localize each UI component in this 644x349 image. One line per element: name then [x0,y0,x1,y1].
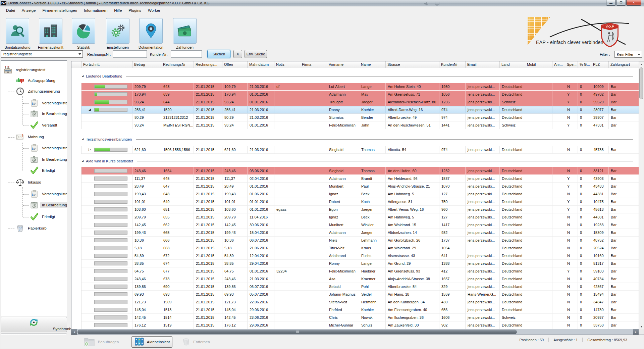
rechnungsnr-input[interactable] [113,50,147,58]
table-row[interactable]: 142,45151421.01.2015142,4523.06.2016Chri… [71,314,639,321]
table-row[interactable]: 93,24MEINTESTRGN...21.01.201593,2401.01.… [71,121,639,129]
menu-plugins[interactable]: Plugins [125,7,145,13]
table-row[interactable]: 93,2464421.01.201593,2401.01.2016Traugot… [71,98,639,106]
table-row[interactable]: 28,4964721.01.201528,4901.01.2016Muniber… [71,183,639,190]
footer-button-beauftragen[interactable]: Beauftragen [73,336,129,348]
column-header-rechnungs[interactable]: Rechnungs... [194,61,222,68]
clear-button[interactable]: X [233,50,242,58]
suchen-button[interactable]: Suchen [207,50,230,58]
menu-worker[interactable]: Worker [145,7,164,13]
menu-datei[interactable]: Datei [3,7,18,13]
tree-item-in-bearbeitung[interactable]: In Bearbeitung [1,200,66,210]
table-row[interactable]: 139,8669021.01.2015139,8606.07.2016Sebal… [71,283,639,291]
tree-item-vorschlagsliste[interactable]: Vorschlagsliste [1,189,66,199]
tree-item-zahlungserinerung[interactable]: Zahlungserinerung [1,86,66,96]
horizontal-scrollbar[interactable]: ◄ ► [71,329,639,335]
toolbar-button-bonitaetspruefung[interactable] [6,18,29,44]
table-row[interactable]: 101,0164921.01.2015101,0101.01.2016Rober… [71,198,639,206]
tree-item-in-bearbeitung[interactable]: In Bearbeitung [1,154,66,164]
table-row[interactable]: 111,3764521.01.2015111,3702.04.2016Adalm… [71,175,639,183]
row-expander-icon[interactable]: ▷ [89,148,91,151]
group-expander-icon[interactable]: ◢ [82,75,84,78]
tree-item-erledigt[interactable]: Erledigt [1,165,66,176]
column-header-rechnungsnr[interactable]: RechnungsNr [161,61,194,68]
column-header-offen[interactable]: Offen [222,61,248,68]
column-header-fortschritt[interactable]: Fortschritt [82,61,132,68]
minimize-button[interactable]: ▬ [606,0,616,6]
table-row[interactable]: 176,12151921.01.2015176,1229.06.2016Mich… [71,321,639,329]
tree-item-vorschlagsliste[interactable]: Vorschlagsliste [1,143,66,153]
column-header-spe[interactable]: Spe... [565,61,578,68]
table-row[interactable]: 54,3967221.01.201554,3912.04.2016Adalbra… [71,252,639,260]
maximize-button[interactable]: ❐ [616,0,626,6]
table-row[interactable]: 145,04151321.01.2015145,0429.06.2016Ehrf… [71,306,639,314]
tree-item-versandt[interactable]: Versandt [1,120,66,130]
tree-item-auftragspruefung[interactable]: Auftragsprüfung [1,76,66,86]
group-header-row[interactable]: ◢Laufende Bearbeitung [71,72,639,80]
kundennr-input[interactable] [171,50,202,58]
menu-hilfe[interactable]: Hilfe [111,7,125,13]
column-header-strasse[interactable]: Strasse [386,61,439,68]
column-header-betrag[interactable]: Betrag [132,61,161,68]
table-row[interactable]: 199,4364821.01.2015199,4301.06.2016Ignaz… [71,190,639,198]
group-header-row[interactable]: ◢Teilzahlungsvereinbarungen [71,135,639,143]
column-header-anr[interactable]: Anr... [552,61,565,68]
column-header-land[interactable]: Land [500,61,525,68]
erweiterte-suche-button[interactable]: Erw. Suche [245,50,267,58]
table-row[interactable]: 170,9463921.01.2015170,9401.01.2016Adalm… [71,91,639,98]
column-header-zahlungsart[interactable]: Zahlungsart [609,61,638,68]
toolbar-button-statistik[interactable] [72,18,95,44]
menu-firmeneinstellungen[interactable]: Firmeneinstellungen [39,7,80,13]
toolbar-button-firmenauskunft[interactable] [39,18,62,44]
table-row[interactable]: 209,7964321.01.2015109,7921.03.2016dfLui… [71,83,639,91]
group-expander-icon[interactable]: ◢ [82,138,84,141]
scroll-left-arrow-icon[interactable]: ◄ [71,329,77,335]
table-row[interactable]: 209,7965521.01.2015209,7911.04.2016Ignaz… [71,213,639,221]
toolbar-button-dokumentation[interactable] [139,18,163,44]
table-row[interactable]: ◢256,41152021.01.2015256,4121.03.2016Ron… [71,106,639,114]
scroll-right-arrow-icon[interactable]: ► [633,329,639,335]
column-header-mobil[interactable]: Mobil [525,61,552,68]
table-row[interactable]: ▷621,601506,1553,158621.01.2015621,6021.… [71,146,639,154]
table-row[interactable]: 103,6065121.01.2015103,6001.01.2016egaas… [71,206,639,213]
row-expander-icon[interactable]: ◢ [89,108,91,111]
tree-item-inkasso[interactable]: Inkasso [1,177,66,187]
column-header-notiz[interactable]: Notiz [274,61,300,68]
table-row[interactable]: 64,7567721.01.201564,7501.01.201632234Fe… [71,267,639,275]
column-header-email[interactable]: Email [466,61,500,68]
menu-anzeige[interactable]: Anzeige [18,7,39,13]
company-select[interactable]: registrierungstest [1,50,83,58]
table-row[interactable]: 38,8567421.01.201538,8529.04.2016RonnyLa… [71,260,639,267]
scroll-up-arrow-icon[interactable]: ▲ [639,61,644,67]
group-header-row[interactable]: ◢Akte wird in Kürze bearbeitet [71,157,639,165]
table-row[interactable]: 80,2921231231231221.01.201580,2921.03.20… [71,114,639,121]
tree-item-in-bearbeitung[interactable]: In Bearbeitung [1,109,66,119]
toolbar-button-einstellungen[interactable] [106,18,129,44]
group-expander-icon[interactable]: ◢ [82,160,84,162]
column-header-g[interactable]: % G... [578,61,591,68]
table-row[interactable]: 243,4667821.01.2015243,4621.03.2016AsaKr… [71,275,639,283]
column-header-vorname[interactable]: Vorname [327,61,359,68]
table-row[interactable]: 69,9369321.01.201569,9305.07.2016Johann-… [71,291,639,298]
toolbar-button-zahlungen[interactable] [173,18,197,44]
column-header-firma[interactable]: Firma [300,61,327,68]
horizontal-scroll-thumb[interactable] [77,330,517,334]
footer-button-entfernen[interactable]: Entfernen [174,336,217,348]
menu-informationen[interactable]: Informationen [80,7,111,13]
tree-item-vorschlagsliste[interactable]: Vorschlagsliste [1,98,66,108]
table-row[interactable]: 142,4566221.01.2015142,4530.06.2016Munib… [71,221,639,229]
table-row[interactable]: 5,1866821.01.20155,1821.06.2016Titus-Vei… [71,244,639,252]
filter-select[interactable]: Kein Filter [614,51,642,58]
tree-item-registrierungstest[interactable]: registrierungstest [1,65,66,75]
table-row[interactable]: 199,4366521.01.2015199,4315.04.2016Adalm… [71,229,639,237]
table-row[interactable]: 243,46166421.01.2015243,4603.06.2016Sieg… [71,167,639,175]
table-row[interactable]: 10,3666621.01.201510,3606.07.2016NielsLe… [71,237,639,244]
footer-button-akteneinsicht[interactable]: Akteneinsicht [131,336,172,348]
column-header-name[interactable]: Name [359,61,386,68]
table-row[interactable]: 121,73150921.01.2015121,7322.06.2016Stef… [71,298,639,306]
tree-item-papierkorb[interactable]: Papierkorb [1,223,66,233]
tree-item-mahnung[interactable]: !Mahnung [1,132,66,142]
vertical-scroll-thumb[interactable] [639,67,643,99]
vertical-scrollbar[interactable]: ▲ ▼ [639,61,644,329]
tree-item-erledigt[interactable]: Erledigt [1,212,66,222]
